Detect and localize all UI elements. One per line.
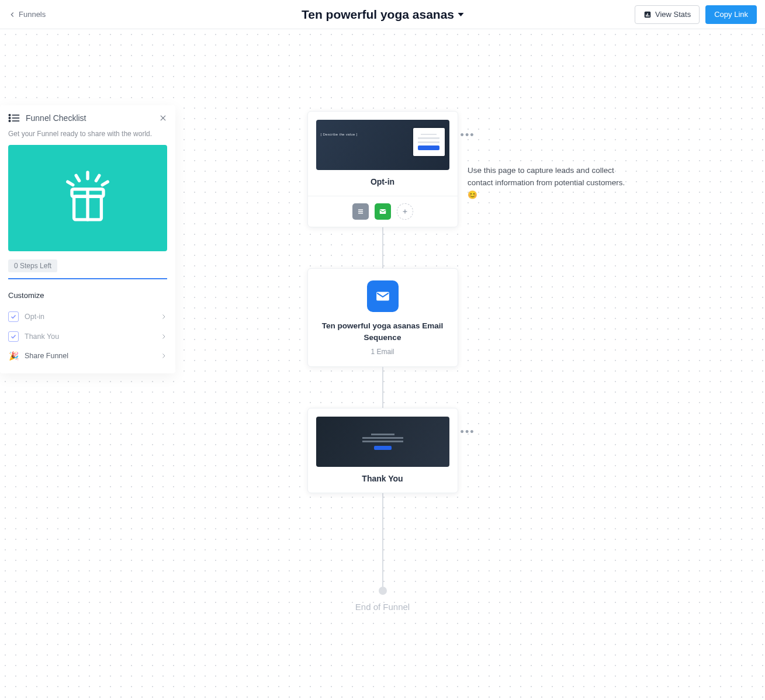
checklist-title: Funnel Checklist [26,113,153,123]
checkbox-checked-icon [8,311,19,322]
share-funnel-label: Share Funnel [25,352,154,360]
bar-chart-icon [643,11,652,19]
view-stats-button[interactable]: View Stats [635,5,700,24]
svg-line-14 [96,175,99,181]
back-to-funnels[interactable]: Funnels [8,10,46,19]
email-tag-button[interactable] [375,203,391,220]
svg-line-13 [76,175,79,181]
page-title-dropdown[interactable]: Ten powerful yoga asanas [302,8,463,22]
view-stats-label: View Stats [655,10,691,19]
chevron-right-icon [160,313,167,320]
flow-connector [382,367,383,408]
chevron-right-icon [160,352,167,359]
form-icon [356,207,365,216]
email-sequence-icon-box [367,280,399,312]
checklist-subtitle: Get your Funnel ready to share with the … [8,130,167,138]
envelope-icon [375,289,390,304]
flow-connector [382,227,383,268]
end-of-funnel-dot [379,587,387,595]
thumb-form-preview [413,128,445,156]
svg-point-4 [9,115,11,116]
svg-rect-1 [646,15,646,17]
checklist-item-label: Thank You [25,332,154,341]
party-popper-icon: 🎉 [8,351,19,361]
plus-icon [401,208,409,215]
thankyou-thumbnail [316,417,449,467]
chevron-right-icon [160,333,167,340]
steps-left-badge: 0 Steps Left [8,259,57,272]
checklist-item-thankyou[interactable]: Thank You [8,327,167,346]
svg-line-15 [68,182,73,185]
sequence-title: Ten powerful yoga asanas Email Sequence [317,320,448,343]
close-icon [159,114,167,122]
step-tags [308,196,458,227]
svg-rect-3 [649,15,649,16]
funnel-flow: ••• [ Describe the value ] Opt-in [307,111,459,612]
gift-icon [61,169,114,227]
customize-heading: Customize [8,291,167,300]
svg-point-6 [9,117,11,119]
checklist-header: Funnel Checklist [8,113,167,123]
checklist-item-optin[interactable]: Opt-in [8,307,167,327]
back-label: Funnels [19,10,46,19]
checklist-illustration [8,145,167,251]
funnel-checklist-panel: Funnel Checklist Get your Funnel ready t… [0,105,175,373]
funnel-step-optin[interactable]: ••• [ Describe the value ] Opt-in [307,111,458,227]
add-tag-button[interactable] [397,203,413,220]
checkbox-checked-icon [8,331,19,342]
copy-link-button[interactable]: Copy Link [705,5,757,24]
step-options-button[interactable]: ••• [461,426,475,438]
list-icon [8,113,20,123]
page-title: Ten powerful yoga asanas [302,8,454,22]
envelope-icon [379,207,387,216]
end-of-funnel-label: End of Funnel [355,602,410,612]
caret-down-icon [458,13,463,16]
form-tag-button[interactable] [352,203,369,220]
step-description-text: Use this page to capture leads and colle… [468,165,630,202]
step-title: Thank You [308,472,458,493]
svg-point-8 [9,120,11,122]
svg-rect-2 [647,13,648,16]
funnel-canvas[interactable]: Funnel Checklist Get your Funnel ready t… [0,29,765,700]
optin-thumbnail: [ Describe the value ] [316,120,449,170]
copy-link-label: Copy Link [714,10,748,19]
funnel-step-thankyou[interactable]: ••• Thank You [307,408,458,493]
header-actions: View Stats Copy Link [635,5,757,24]
svg-line-16 [102,182,108,185]
thumb-tagline: [ Describe the value ] [321,133,358,136]
checklist-item-label: Opt-in [25,313,154,321]
step-title: Opt-in [308,175,458,196]
flow-connector [382,493,383,587]
close-checklist-button[interactable] [159,114,167,122]
step-options-button[interactable]: ••• [461,129,475,141]
checklist-item-share[interactable]: 🎉 Share Funnel [8,346,167,365]
funnel-step-email-sequence[interactable]: Ten powerful yoga asanas Email Sequence … [307,268,458,367]
checklist-progress-bar [8,278,167,279]
sequence-subtitle: 1 Email [317,348,448,356]
chevron-left-icon [8,11,16,19]
header-bar: Funnels Ten powerful yoga asanas View St… [0,0,765,29]
